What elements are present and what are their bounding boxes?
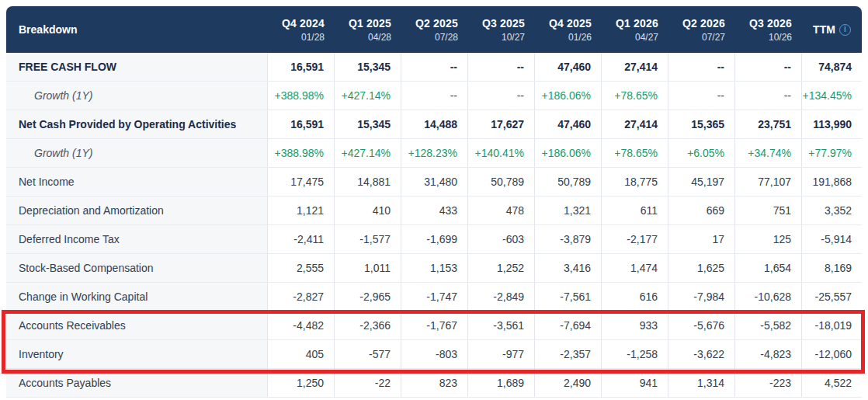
cell-value: -3,622 bbox=[668, 340, 735, 368]
cell-value: 3,416 bbox=[535, 254, 602, 282]
table-row: Change in Working Capital-2,827-2,965-1,… bbox=[6, 283, 862, 311]
header-col-q4-2024: Q4 202401/28 bbox=[268, 6, 335, 53]
cell-value: -- bbox=[401, 53, 468, 81]
header-col-q2-2026: Q2 202607/27 bbox=[668, 6, 735, 53]
cell-value: 15,345 bbox=[335, 110, 401, 138]
cell-value: -2,411 bbox=[268, 225, 335, 253]
cell-value: 1,689 bbox=[468, 369, 535, 397]
table-row: Growth (1Y)+388.98%+427.14%----+186.06%+… bbox=[6, 82, 862, 110]
table-row: Accounts Payables1,250-228231,6892,49094… bbox=[6, 369, 862, 398]
cell-value: -803 bbox=[401, 340, 468, 368]
row-label: Net Cash Provided by Operating Activitie… bbox=[6, 110, 268, 138]
cell-value: 17,627 bbox=[468, 110, 535, 138]
row-label: Growth (1Y) bbox=[6, 139, 268, 167]
table-row: Stock-Based Compensation2,5551,0111,1531… bbox=[6, 254, 862, 283]
cell-value: 47,460 bbox=[535, 53, 602, 81]
cell-value: 14,488 bbox=[401, 110, 468, 138]
cell-value: +77.97% bbox=[802, 139, 862, 167]
cell-value: 410 bbox=[335, 197, 401, 224]
cell-value: 74,874 bbox=[802, 53, 862, 81]
cell-value: 2,490 bbox=[535, 369, 602, 397]
cell-value: -223 bbox=[735, 369, 802, 397]
cell-value: -7,694 bbox=[535, 311, 602, 339]
row-label: Deferred Income Tax bbox=[6, 225, 268, 253]
table-header-row: Breakdown Q4 202401/28Q1 202504/28Q2 202… bbox=[6, 6, 862, 53]
header-col-q1-2025: Q1 202504/28 bbox=[335, 6, 401, 53]
cell-value: +140.41% bbox=[468, 139, 535, 167]
cell-value: -25,557 bbox=[802, 283, 862, 311]
table-row: Depreciation and Amortization1,121410433… bbox=[6, 197, 862, 225]
header-col-q4-2025: Q4 202501/26 bbox=[535, 6, 602, 53]
cell-value: 3,352 bbox=[802, 197, 862, 224]
cell-value: -2,849 bbox=[468, 283, 535, 311]
cell-value: 1,250 bbox=[268, 369, 335, 397]
cell-value: -7,561 bbox=[535, 283, 602, 311]
cell-value: 751 bbox=[735, 197, 802, 224]
cell-value: -977 bbox=[468, 340, 535, 368]
cell-value: +186.06% bbox=[535, 82, 602, 110]
quarter-label: Q3 2025 bbox=[482, 17, 525, 30]
cell-value: -2,366 bbox=[335, 311, 401, 339]
cell-value: 1,321 bbox=[535, 197, 602, 224]
cell-value: 669 bbox=[668, 197, 735, 224]
cell-value: 113,990 bbox=[802, 110, 862, 138]
cell-value: 15,365 bbox=[668, 110, 735, 138]
cell-value: 125 bbox=[735, 225, 802, 253]
cell-value: -3,561 bbox=[468, 311, 535, 339]
table-row: FREE CASH FLOW16,59115,345----47,46027,4… bbox=[6, 53, 862, 82]
quarter-label: Q4 2025 bbox=[549, 17, 592, 30]
quarter-label: Q1 2025 bbox=[349, 17, 391, 30]
cell-value: -5,582 bbox=[735, 311, 802, 339]
cell-value: -5,676 bbox=[668, 311, 735, 339]
cell-value: +128.23% bbox=[401, 139, 468, 167]
cell-value: 1,625 bbox=[668, 254, 735, 282]
quarter-date: 04/28 bbox=[368, 32, 391, 43]
cell-value: 941 bbox=[602, 369, 668, 397]
cell-value: +427.14% bbox=[335, 139, 401, 167]
cell-value: +427.14% bbox=[335, 82, 401, 110]
quarter-date: 01/28 bbox=[301, 32, 325, 43]
row-label: Depreciation and Amortization bbox=[6, 197, 268, 224]
cell-value: -- bbox=[468, 53, 535, 81]
cell-value: 17,475 bbox=[268, 168, 335, 196]
row-label: FREE CASH FLOW bbox=[6, 53, 268, 81]
cell-value: -1,577 bbox=[335, 225, 401, 253]
quarter-date: 01/26 bbox=[568, 32, 592, 43]
cell-value: -22 bbox=[335, 369, 401, 397]
cell-value: -10,628 bbox=[735, 283, 802, 311]
cell-value: 23,751 bbox=[735, 110, 802, 138]
breakdown-header: Breakdown bbox=[6, 6, 268, 53]
cell-value: +388.98% bbox=[268, 82, 335, 110]
cell-value: 50,789 bbox=[535, 168, 602, 196]
info-icon[interactable]: i bbox=[839, 24, 851, 36]
cell-value: 478 bbox=[468, 197, 535, 224]
cell-value: 14,881 bbox=[335, 168, 401, 196]
table-row: Inventory405-577-803-977-2,357-1,258-3,6… bbox=[6, 340, 862, 369]
cell-value: 2,555 bbox=[268, 254, 335, 282]
cell-value: -3,879 bbox=[535, 225, 602, 253]
cell-value: 1,121 bbox=[268, 197, 335, 224]
cell-value: -- bbox=[668, 82, 735, 110]
table-row: Net Income17,47514,88131,48050,78950,789… bbox=[6, 168, 862, 197]
cell-value: 15,345 bbox=[335, 53, 401, 81]
header-col-q2-2025: Q2 202507/28 bbox=[401, 6, 468, 53]
cell-value: -2,177 bbox=[602, 225, 668, 253]
quarter-label: Q1 2026 bbox=[616, 17, 658, 30]
cell-value: -12,060 bbox=[802, 340, 862, 368]
table-row: Accounts Receivables-4,482-2,366-1,767-3… bbox=[6, 311, 862, 340]
row-label: Change in Working Capital bbox=[6, 283, 268, 311]
row-label: Net Income bbox=[6, 168, 268, 196]
row-label: Accounts Receivables bbox=[6, 311, 268, 339]
cell-value: +78.65% bbox=[602, 82, 668, 110]
cell-value: +34.74% bbox=[735, 139, 802, 167]
table-body: FREE CASH FLOW16,59115,345----47,46027,4… bbox=[6, 53, 862, 398]
quarter-date: 04/27 bbox=[635, 32, 658, 43]
quarter-date: 07/28 bbox=[435, 32, 458, 43]
cell-value: -1,747 bbox=[401, 283, 468, 311]
header-col-q3-2026: Q3 202610/26 bbox=[735, 6, 802, 53]
quarter-label: Q4 2024 bbox=[282, 17, 325, 30]
cell-value: -- bbox=[735, 53, 802, 81]
cell-value: 1,011 bbox=[335, 254, 401, 282]
quarter-label: Q3 2026 bbox=[749, 17, 792, 30]
cell-value: 4,522 bbox=[802, 369, 862, 397]
